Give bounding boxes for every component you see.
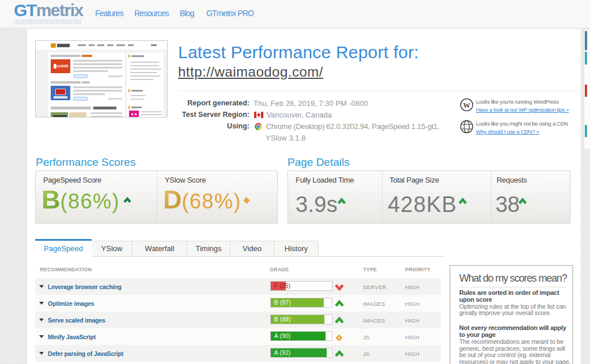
svg-text:W: W bbox=[463, 101, 471, 109]
